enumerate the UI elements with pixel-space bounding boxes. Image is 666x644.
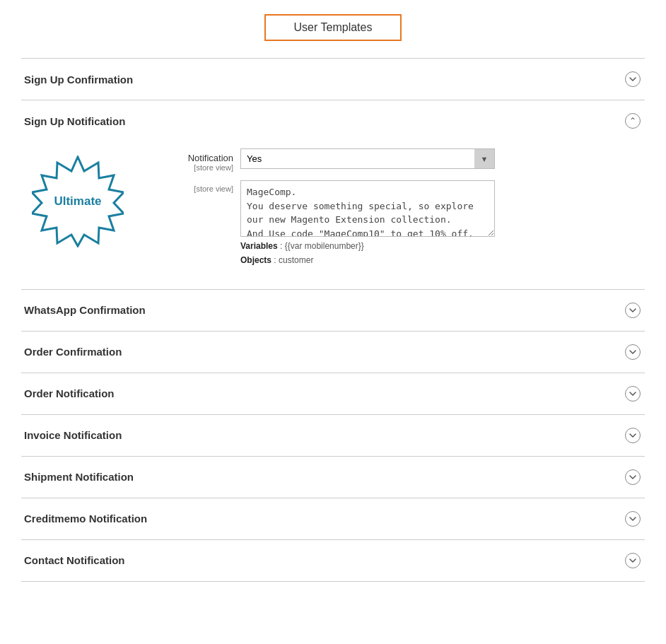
page-title-wrapper: User Templates (21, 14, 645, 41)
chevron-icon-invoice-notification (625, 428, 641, 443)
notification-select[interactable]: YesNo (241, 149, 494, 168)
message-textarea[interactable] (240, 180, 495, 237)
chevron-icon-shipment-notification (625, 469, 641, 485)
accordion-section-sign-up-confirmation: Sign Up Confirmation (21, 58, 645, 100)
page-title: User Templates (264, 14, 402, 41)
notification-select-wrapper: YesNo▼ (240, 148, 495, 169)
notification-label-main: Notification (148, 153, 233, 163)
accordion-title-sign-up-confirmation: Sign Up Confirmation (21, 74, 133, 86)
objects-line: Objects : customer (240, 253, 645, 267)
accordion-header-shipment-notification[interactable]: Shipment Notification (21, 457, 645, 498)
accordion-header-order-confirmation[interactable]: Order Confirmation (21, 332, 645, 373)
burst-logo: Ultimate (32, 156, 124, 247)
accordion-header-contact-notification[interactable]: Contact Notification (21, 540, 645, 581)
accordion-title-order-confirmation: Order Confirmation (21, 346, 122, 358)
accordion-section-creditmemo-notification: Creditmemo Notification (21, 498, 645, 539)
accordion-title-shipment-notification: Shipment Notification (21, 471, 134, 483)
chevron-icon-order-confirmation (625, 344, 641, 360)
page-wrapper: User Templates Sign Up ConfirmationSign … (0, 0, 666, 596)
chevron-icon-whatsapp-confirmation (625, 303, 641, 318)
accordion-header-invoice-notification[interactable]: Invoice Notification (21, 415, 645, 456)
accordion-section-order-notification: Order Notification (21, 373, 645, 414)
chevron-icon-order-notification (625, 386, 641, 402)
accordion-body-sign-up-notification: Ultimate Notification[store view]YesNo▼[… (21, 141, 645, 289)
accordion-title-order-notification: Order Notification (21, 387, 115, 399)
textarea-label-sub: [store view] (148, 185, 233, 193)
variables-label: Variables (240, 241, 278, 251)
accordion-title-invoice-notification: Invoice Notification (21, 429, 122, 441)
accordion-title-contact-notification: Contact Notification (21, 554, 125, 566)
accordion-title-sign-up-notification: Sign Up Notification (21, 115, 125, 127)
accordion-header-creditmemo-notification[interactable]: Creditmemo Notification (21, 498, 645, 539)
accordion-title-whatsapp-confirmation: WhatsApp Confirmation (21, 304, 146, 316)
notification-label-sub: [store view] (148, 163, 233, 172)
notification-select-control: YesNo▼ (240, 148, 645, 169)
accordion-section-invoice-notification: Invoice Notification (21, 414, 645, 456)
textarea-field-row: [store view]Variables : {{var mobilenumb… (148, 180, 645, 268)
notification-field-row: Notification[store view]YesNo▼ (148, 148, 645, 172)
accordion-header-sign-up-notification[interactable]: Sign Up Notification⌃ (21, 100, 645, 141)
accordion-header-whatsapp-confirmation[interactable]: WhatsApp Confirmation (21, 290, 645, 331)
objects-label: Objects (240, 255, 271, 265)
textarea-wrapper (240, 180, 495, 239)
logo-area: Ultimate (21, 148, 134, 268)
chevron-icon-contact-notification (625, 553, 641, 568)
accordion-title-creditmemo-notification: Creditmemo Notification (21, 513, 147, 525)
textarea-label: [store view] (148, 180, 233, 193)
accordion-section-whatsapp-confirmation: WhatsApp Confirmation (21, 289, 645, 331)
accordion-section-contact-notification: Contact Notification (21, 539, 645, 582)
burst-text: Ultimate (54, 194, 101, 209)
chevron-icon-sign-up-notification: ⌃ (625, 113, 641, 129)
variables-line: Variables : {{var mobilenumber}} (240, 239, 645, 253)
accordion-section-shipment-notification: Shipment Notification (21, 456, 645, 498)
variables-value: {{var mobilenumber}} (285, 241, 364, 251)
variables-info: Variables : {{var mobilenumber}} Objects… (240, 239, 645, 268)
accordion-header-sign-up-confirmation[interactable]: Sign Up Confirmation (21, 59, 645, 100)
textarea-control: Variables : {{var mobilenumber}} Objects… (240, 180, 645, 268)
accordion-section-order-confirmation: Order Confirmation (21, 331, 645, 373)
notification-label: Notification[store view] (148, 148, 233, 172)
chevron-icon-sign-up-confirmation (625, 71, 641, 87)
accordion-container: Sign Up ConfirmationSign Up Notification… (21, 58, 645, 582)
accordion-section-sign-up-notification: Sign Up Notification⌃ Ultimate Notificat… (21, 100, 645, 289)
accordion-header-order-notification[interactable]: Order Notification (21, 373, 645, 414)
notification-fields-area: Notification[store view]YesNo▼[store vie… (148, 148, 645, 268)
objects-value: customer (279, 255, 313, 265)
chevron-icon-creditmemo-notification (625, 511, 641, 527)
